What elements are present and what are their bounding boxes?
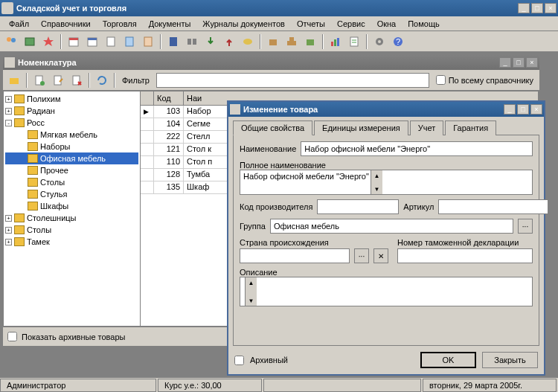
menu-refs[interactable]: Справочники: [35, 18, 97, 30]
article-input[interactable]: [438, 199, 548, 214]
tool-doc-icon[interactable]: [103, 33, 119, 50]
scroll-up-icon[interactable]: ▲: [246, 277, 257, 288]
scroll-down-icon[interactable]: ▼: [371, 184, 382, 194]
tool-book-icon[interactable]: [165, 33, 182, 50]
tree-node[interactable]: +Столешницы: [5, 212, 138, 224]
tree-node[interactable]: +Полихим: [5, 93, 138, 105]
svg-rect-12: [187, 39, 191, 45]
edit-maximize-button[interactable]: □: [517, 104, 529, 115]
folder-icon: [28, 130, 38, 139]
scroll-up-icon[interactable]: ▲: [371, 170, 382, 181]
tool-gear-icon[interactable]: [371, 33, 388, 50]
tool-help-icon[interactable]: ?: [390, 33, 406, 50]
tool-report-icon[interactable]: [346, 33, 362, 50]
tree-label: Шкафы: [40, 202, 68, 211]
customs-input[interactable]: [397, 248, 533, 263]
tool-doc3-icon[interactable]: [140, 33, 156, 50]
svg-rect-7: [88, 38, 97, 40]
tab-general[interactable]: Общие свойства: [233, 121, 312, 135]
expand-icon[interactable]: +: [5, 239, 12, 245]
expand-icon[interactable]: +: [5, 215, 12, 222]
tool-in-icon[interactable]: [202, 33, 219, 50]
scroll-down-icon[interactable]: ▼: [246, 295, 257, 306]
tool-calendar2-icon[interactable]: [84, 33, 100, 50]
tool-boxes-icon[interactable]: [283, 33, 300, 50]
minimize-button[interactable]: _: [518, 3, 530, 13]
tool-out-icon[interactable]: [221, 33, 237, 50]
tool-chart-icon[interactable]: [327, 33, 344, 50]
menu-trade[interactable]: Торговля: [97, 18, 143, 30]
ok-button[interactable]: OK: [420, 352, 476, 368]
expand-icon[interactable]: +: [5, 96, 12, 103]
close-button[interactable]: ×: [545, 3, 557, 13]
tool-box-icon[interactable]: [265, 33, 281, 50]
edit-close-button[interactable]: ×: [530, 104, 542, 115]
menu-reports[interactable]: Отчеты: [291, 18, 331, 30]
tree-node[interactable]: Прочее: [5, 164, 138, 176]
tree-label: Полихим: [27, 94, 61, 103]
tool-people-icon[interactable]: [3, 33, 19, 50]
expand-icon[interactable]: +: [5, 108, 12, 115]
tree-panel[interactable]: +Полихим+Радиан-РоссМягкая мебельНаборыО…: [3, 91, 141, 327]
group-input[interactable]: [270, 219, 513, 234]
filter-input[interactable]: [156, 73, 429, 88]
tool-doc2-icon[interactable]: [121, 33, 138, 50]
child-close-button[interactable]: ×: [526, 57, 538, 68]
tool-contact-icon[interactable]: [22, 33, 38, 50]
tree-node[interactable]: Мягкая мебель: [5, 129, 138, 141]
tree-node[interactable]: Стулья: [5, 188, 138, 200]
tree-node[interactable]: Столы: [5, 176, 138, 188]
tool-money-icon[interactable]: [240, 33, 256, 50]
tab-account[interactable]: Учет: [410, 121, 444, 135]
folder-new-icon[interactable]: [6, 72, 22, 89]
refresh-icon[interactable]: [94, 72, 110, 89]
tree-node[interactable]: Офисная мебель: [5, 152, 138, 164]
menu-file[interactable]: Файл: [3, 18, 35, 30]
origin-clear-button[interactable]: ✕: [373, 248, 388, 263]
tab-units[interactable]: Единицы измерения: [314, 121, 408, 135]
item-new-icon[interactable]: [31, 72, 48, 89]
all-ref-checkbox[interactable]: [436, 75, 446, 85]
menu-windows[interactable]: Окна: [371, 18, 403, 30]
item-edit-icon[interactable]: [50, 72, 66, 89]
tree-node[interactable]: Наборы: [5, 141, 138, 152]
menu-help[interactable]: Помощь: [402, 18, 446, 30]
show-archived-checkbox[interactable]: [7, 332, 17, 341]
group-browse-button[interactable]: ···: [518, 219, 533, 234]
tool-calendar-icon[interactable]: [65, 33, 82, 50]
tree-node[interactable]: -Росс: [5, 117, 138, 129]
menu-journals[interactable]: Журналы документов: [196, 18, 291, 30]
cell-code: 135: [154, 181, 184, 193]
tree-node[interactable]: +Тамек: [5, 236, 138, 248]
svg-rect-15: [269, 39, 277, 45]
expand-icon[interactable]: -: [5, 120, 12, 126]
fullname-input[interactable]: Набор офисной мебели "Энерго" ▲▼: [240, 170, 533, 195]
description-input[interactable]: ▲▼: [240, 277, 533, 306]
tool-account-icon[interactable]: [184, 33, 200, 50]
tree-node[interactable]: +Радиан: [5, 105, 138, 117]
origin-input[interactable]: [240, 248, 350, 263]
edit-minimize-button[interactable]: _: [504, 104, 516, 115]
item-delete-icon[interactable]: [68, 72, 85, 89]
grid-col-code[interactable]: Код: [154, 91, 184, 105]
maximize-button[interactable]: □: [531, 3, 543, 13]
origin-browse-button[interactable]: ···: [354, 248, 369, 263]
tool-star-icon[interactable]: [40, 33, 57, 50]
archived-checkbox[interactable]: [234, 356, 244, 365]
child-maximize-button[interactable]: □: [513, 57, 525, 68]
svg-rect-19: [307, 39, 314, 45]
tab-warranty[interactable]: Гарантия: [445, 121, 496, 135]
menu-service[interactable]: Сервис: [331, 18, 371, 30]
mfrcode-input[interactable]: [317, 199, 399, 214]
name-input[interactable]: [301, 141, 533, 156]
tool-box2-icon[interactable]: [302, 33, 318, 50]
menu-docs[interactable]: Документы: [143, 18, 197, 30]
grid-col-marker[interactable]: [141, 91, 154, 105]
tree-node[interactable]: +Столы: [5, 224, 138, 236]
tree-node[interactable]: Шкафы: [5, 200, 138, 212]
close-button[interactable]: Закрыть: [482, 352, 538, 368]
expand-icon[interactable]: +: [5, 227, 12, 234]
scrollbar[interactable]: ▲▼: [371, 170, 382, 194]
scrollbar[interactable]: ▲▼: [245, 277, 257, 306]
child-minimize-button[interactable]: _: [499, 57, 511, 68]
